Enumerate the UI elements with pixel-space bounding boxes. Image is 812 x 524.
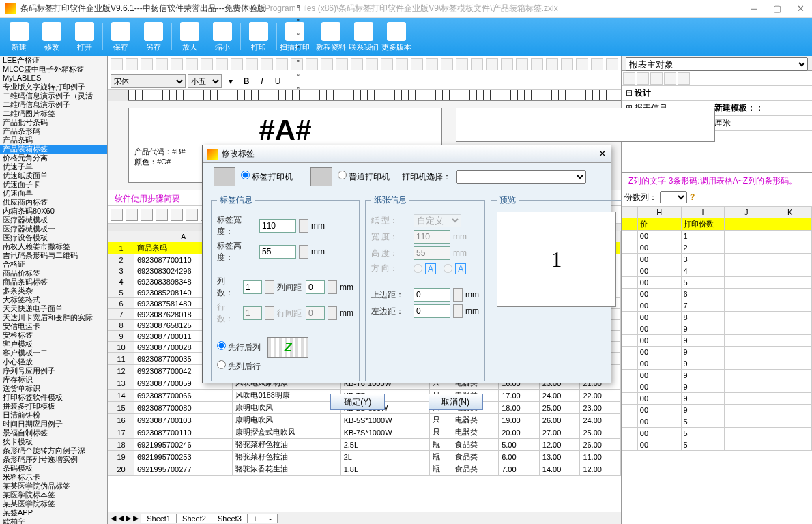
sidebar-item[interactable]: 医疗器械模板 (0, 216, 107, 224)
edit-tool-icon[interactable] (216, 58, 228, 70)
label-height-input[interactable] (259, 245, 296, 259)
edit-tool-icon[interactable] (336, 58, 348, 70)
sidebar-item[interactable]: MyLABLES (0, 74, 107, 83)
sidebar-item[interactable]: 优速纸质面单 (0, 171, 107, 180)
sheet-tool-icon[interactable] (141, 209, 153, 221)
sidebar-item[interactable]: 优速面单 (0, 189, 107, 198)
format-tool-icon[interactable]: ▫ (291, 0, 305, 13)
sidebar-item[interactable]: MLCC盛中电子外箱标签 (0, 65, 107, 74)
sidebar-item[interactable]: LEE合格证 (0, 56, 107, 65)
sidebar-item[interactable]: 商品条码标签 (0, 278, 107, 287)
fontsize-select[interactable]: 小五 (188, 74, 222, 88)
toolbar-联系我们[interactable]: 联系我们 (347, 22, 380, 53)
edit-tool-icon[interactable] (261, 58, 273, 70)
toolbar-更多版本[interactable]: 更多版本 (380, 22, 413, 53)
edit-tool-icon[interactable] (366, 58, 378, 70)
sheet-tab[interactable]: Sheet1 (141, 514, 177, 523)
sidebar-item[interactable]: 景福自制标签 (0, 428, 107, 437)
edit-tool-icon[interactable] (576, 58, 588, 70)
edit-tool-icon[interactable] (501, 58, 513, 70)
edit-tool-icon[interactable] (246, 58, 258, 70)
format-tool-icon[interactable]: ▫ (291, 40, 305, 54)
edit-tool-icon[interactable] (306, 58, 318, 70)
edit-tool-icon[interactable] (351, 58, 363, 70)
sidebar-item[interactable]: 时间日期应用例子 (0, 420, 107, 428)
edit-tool-icon[interactable] (546, 58, 558, 70)
bold-button[interactable]: B (240, 74, 253, 88)
sidebar-item[interactable]: 价格元角分离 (0, 154, 107, 162)
toolbar-新建[interactable]: 新建 (3, 22, 35, 53)
edit-tool-icon[interactable] (441, 58, 453, 70)
sidebar-item[interactable]: 客户模板一二 (0, 349, 107, 358)
font-select[interactable]: 宋体 (111, 74, 186, 88)
help-icon[interactable]: ? (690, 192, 695, 202)
prop-tool-icon[interactable] (664, 72, 676, 85)
right-grid[interactable]: HIJK价打印份数0010020030040050060070080090090… (622, 206, 812, 524)
toolbar-修改[interactable]: 修改 (35, 22, 68, 53)
sidebar-item[interactable]: 医疗设备模板 (0, 233, 107, 242)
edit-tool-icon[interactable] (426, 58, 438, 70)
sidebar-item[interactable]: 二维码信息演示例子 (0, 100, 107, 109)
sheet-tool-icon[interactable] (171, 209, 183, 221)
spin-icon[interactable] (265, 280, 274, 294)
sheet-tool-icon[interactable] (111, 209, 123, 221)
sidebar-item[interactable]: 安信电运卡 (0, 322, 107, 331)
edit-tool-icon[interactable] (111, 58, 123, 70)
sidebar-item[interactable]: 南权人赖娄市撒标签 (0, 242, 107, 251)
sidebar-item[interactable]: 安检标签 (0, 331, 107, 340)
sidebar-item[interactable]: 商品价标签 (0, 269, 107, 278)
sidebar-item[interactable]: 专业版文字旋转打印例子 (0, 83, 107, 91)
prop-tool-icon[interactable] (650, 72, 663, 85)
edit-tool-icon[interactable] (516, 58, 528, 70)
sidebar-item[interactable]: 某签APP (0, 508, 107, 517)
close-icon[interactable]: ✕ (789, 1, 812, 17)
edit-tool-icon[interactable] (276, 58, 288, 70)
sidebar-item[interactable]: 条码模板 (0, 464, 107, 473)
toolbar-打印[interactable]: 打印 (242, 22, 275, 53)
sheet-tab[interactable]: Sheet3 (212, 514, 248, 523)
spin-icon[interactable] (453, 304, 463, 318)
toolbar-另存[interactable]: 另存 (137, 22, 170, 53)
sidebar-item[interactable]: 医疗器械模板一 (0, 224, 107, 233)
sidebar-item[interactable]: 库存标识 (0, 375, 107, 384)
sidebar-item[interactable]: 供应商内标签 (0, 198, 107, 207)
sidebar-item[interactable]: 欧柏辛 (0, 517, 107, 524)
format-tool-icon[interactable]: ▫ (291, 54, 305, 68)
edit-tool-icon[interactable] (231, 58, 243, 70)
toolbar-缩小[interactable]: 缩小 (206, 22, 239, 53)
sidebar-item[interactable]: 优速子单 (0, 162, 107, 171)
minimize-icon[interactable]: ─ (742, 1, 766, 17)
copies-select[interactable] (660, 191, 687, 203)
edit-tool-icon[interactable] (471, 58, 483, 70)
order-opt1[interactable]: 先行后列 (217, 341, 261, 353)
edit-tool-icon[interactable] (486, 58, 498, 70)
normal-printer-radio[interactable]: 普通打印机 (338, 171, 390, 183)
sidebar-item[interactable]: 小心轻放 (0, 358, 107, 366)
edit-tool-icon[interactable] (141, 58, 153, 70)
edit-tool-icon[interactable] (561, 58, 573, 70)
toolbar-教程资料[interactable]: 教程资料 (315, 22, 347, 53)
ok-button[interactable]: 确定(Y) (330, 394, 385, 410)
edit-tool-icon[interactable] (531, 58, 543, 70)
sidebar-item[interactable]: 序列号应用例子 (0, 366, 107, 375)
sidebar-item[interactable]: 打印标签软件模板 (0, 393, 107, 402)
sidebar-item[interactable]: 客户模板 (0, 340, 107, 349)
sidebar-item[interactable]: 吉讯码条形码与二维码 (0, 251, 107, 260)
sidebar-item[interactable]: 天天快递电子面单 (0, 304, 107, 313)
spin-icon[interactable] (299, 245, 308, 259)
label-printer-radio[interactable]: 标签打印机 (241, 171, 293, 183)
edit-tool-icon[interactable] (126, 58, 138, 70)
edit-tool-icon[interactable] (201, 58, 213, 70)
sheet-tab[interactable]: Sheet2 (177, 514, 212, 523)
sidebar-item[interactable]: 产品批号条码 (0, 118, 107, 127)
prop-tool-icon[interactable] (637, 72, 649, 85)
sheet-tool-icon[interactable] (126, 209, 138, 221)
sidebar-item[interactable]: 合格证 (0, 260, 107, 269)
spin-icon[interactable] (453, 288, 463, 302)
sheet-tool-icon[interactable] (156, 209, 168, 221)
sheet-tab[interactable]: + (248, 514, 263, 523)
toolbar-保存[interactable]: 保存 (104, 22, 137, 53)
spin-icon[interactable] (328, 280, 337, 294)
sidebar-item[interactable]: 米料标示卡 (0, 473, 107, 482)
margin-top-input[interactable] (414, 288, 450, 302)
